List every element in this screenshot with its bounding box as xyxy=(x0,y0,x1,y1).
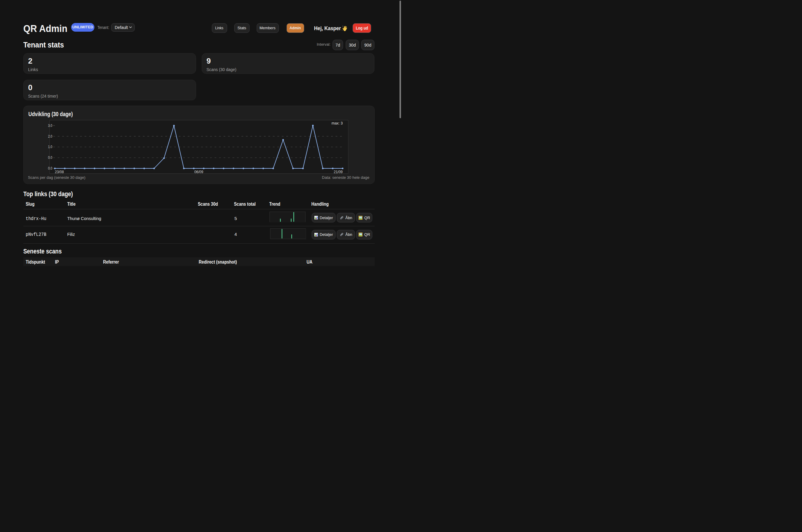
svg-text:2.0: 2.0 xyxy=(48,134,52,138)
svg-text:1.0: 1.0 xyxy=(48,145,52,149)
svg-text:23/08: 23/08 xyxy=(55,170,64,174)
svg-text:Data: seneste 30 hele dage: Data: seneste 30 hele dage xyxy=(322,175,369,180)
svg-text:0.0: 0.0 xyxy=(48,156,52,160)
svg-text:0.0: 0.0 xyxy=(48,167,52,170)
svg-text:Scans per dag (seneste 30 dage: Scans per dag (seneste 30 dage) xyxy=(28,175,86,180)
svg-text:21/09: 21/09 xyxy=(334,170,343,174)
svg-text:3.0: 3.0 xyxy=(48,124,52,128)
svg-text:max: 3: max: 3 xyxy=(331,121,343,126)
svg-text:06/09: 06/09 xyxy=(194,170,203,174)
